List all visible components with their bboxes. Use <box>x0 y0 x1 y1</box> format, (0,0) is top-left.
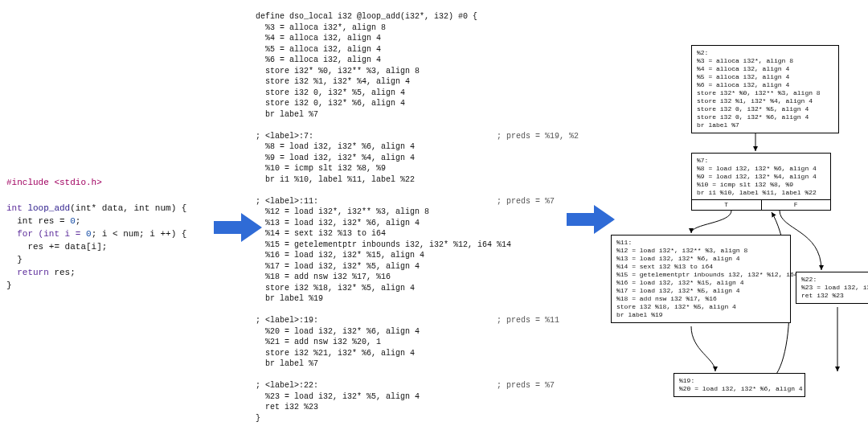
ir-b11-7: store i32 %18, i32* %5, align 4 <box>256 284 415 293</box>
arrow-icon <box>567 203 615 236</box>
c-params: (int* data, int num) { <box>70 203 186 213</box>
ir-entry-6: store i32 0, i32* %5, align 4 <box>256 88 405 97</box>
ir-head: define dso_local i32 @loop_add(i32*, i32… <box>256 12 477 21</box>
c-brace1: } <box>6 255 23 264</box>
cfg-node-7-body: %8 = load i32, i32* %6, align 4 %9 = loa… <box>697 165 825 197</box>
ir-b11-4: %16 = load i32, i32* %15, align 4 <box>256 251 424 260</box>
cfg-node-22-body: %23 = load i32, i32* %5, align 4 ret i32… <box>801 284 868 300</box>
ir-b22-0: %23 = load i32, i32* %5, align 4 <box>256 392 420 401</box>
ir-entry-2: %5 = alloca i32, align 4 <box>256 45 381 54</box>
svg-marker-0 <box>214 213 262 242</box>
ir-b11-5: %17 = load i32, i32* %5, align 4 <box>256 262 420 271</box>
ir-entry-3: %6 = alloca i32, align 4 <box>256 55 381 64</box>
cfg-node-7-label: %7: <box>697 157 825 165</box>
cfg-tf-true: T <box>692 200 762 210</box>
c-return-kw: return <box>6 268 49 277</box>
ir-b7-3: br i1 %10, label %11, label %22 <box>256 175 415 184</box>
cfg-node-22-label: %22: <box>801 276 868 284</box>
c-for-a: for (int i = <box>6 229 86 239</box>
ir-lbl11: ; <label>:11: <box>256 197 318 206</box>
ir-lbl19-pred: ; preds = %11 <box>497 316 559 325</box>
cfg-node-7: %7: %8 = load i32, i32* %6, align 4 %9 =… <box>691 153 831 211</box>
cfg-node-19-label: %19: <box>679 377 800 385</box>
ir-entry-0: %3 = alloca i32*, align 8 <box>256 23 386 32</box>
c-res-a: int res = <box>6 216 70 226</box>
ir-b19-0: %20 = load i32, i32* %6, align 4 <box>256 327 420 336</box>
ir-b7-1: %9 = load i32, i32* %4, align 4 <box>256 154 415 162</box>
ir-lbl7-pred: ; preds = %19, %2 <box>497 132 579 141</box>
cfg-node-2: %2: %3 = alloca i32*, align 8 %4 = alloc… <box>691 45 839 133</box>
c-res-zero: 0 <box>70 216 76 226</box>
c-res-semi: ; <box>76 216 81 226</box>
c-return-val: res; <box>49 268 76 277</box>
ir-entry-7: store i32 0, i32* %6, align 4 <box>256 99 405 108</box>
ir-b11-1: %13 = load i32, i32* %6, align 4 <box>256 219 420 227</box>
llvm-ir-panel: define dso_local i32 @loop_add(i32*, i32… <box>256 11 561 424</box>
ir-b19-1: %21 = add nsw i32 %20, 1 <box>256 338 381 346</box>
cfg-node-11-body: %12 = load i32*, i32** %3, align 8 %13 =… <box>616 247 785 319</box>
c-include: #include <stdio.h> <box>6 178 102 187</box>
ir-code-block: define dso_local i32 @loop_add(i32*, i32… <box>256 11 561 424</box>
ir-b11-2: %14 = sext i32 %13 to i64 <box>256 229 386 238</box>
cfg-node-7-tf: T F <box>692 199 830 210</box>
ir-entry-8: br label %7 <box>256 110 318 119</box>
c-for-zero: 0 <box>86 229 92 239</box>
cfg-node-19-body: %20 = load i32, i32* %6, align 4 <box>679 385 800 393</box>
cfg-panel: %2: %3 = alloca i32*, align 8 %4 = alloc… <box>611 45 868 423</box>
c-brace2: } <box>6 281 12 290</box>
cfg-node-11-label: %11: <box>616 239 785 247</box>
ir-lbl22: ; <label>:22: <box>256 381 318 390</box>
ir-b22-1: ret i32 %23 <box>256 403 318 412</box>
ir-entry-5: store i32 %1, i32* %4, align 4 <box>256 77 410 86</box>
cfg-node-22: %22: %23 = load i32, i32* %5, align 4 re… <box>796 272 868 304</box>
ir-b7-0: %8 = load i32, i32* %6, align 4 <box>256 142 415 151</box>
ir-b11-8: br label %19 <box>256 294 323 303</box>
ir-b7-2: %10 = icmp slt i32 %8, %9 <box>256 164 386 173</box>
c-fn-name: loop_add <box>27 203 70 213</box>
ir-entry-4: store i32* %0, i32** %3, align 8 <box>256 67 420 76</box>
ir-b11-6: %18 = add nsw i32 %17, %16 <box>256 272 391 281</box>
svg-marker-1 <box>567 205 615 234</box>
cfg-tf-false: F <box>762 200 831 210</box>
ir-b19-3: br label %7 <box>256 359 318 368</box>
cfg-node-2-label: %2: <box>697 49 833 57</box>
arrow-icon <box>214 211 262 244</box>
ir-b11-0: %12 = load i32*, i32** %3, align 8 <box>256 207 429 216</box>
ir-b19-2: store i32 %21, i32* %6, align 4 <box>256 349 415 358</box>
c-body: res += data[i]; <box>6 242 107 252</box>
ir-lbl7: ; <label>:7: <box>256 132 313 141</box>
ir-close: } <box>256 414 260 423</box>
c-ret-type: int <box>6 203 27 213</box>
ir-b11-3: %15 = getelementptr inbounds i32, i32* %… <box>256 240 511 249</box>
c-code-block: #include <stdio.h> int loop_add(int* dat… <box>6 177 223 292</box>
cfg-node-19: %19: %20 = load i32, i32* %6, align 4 <box>674 373 805 397</box>
ir-lbl19: ; <label>:19: <box>256 316 318 325</box>
c-for-rest: ; i < num; i ++) { <box>92 229 187 239</box>
cfg-node-11: %11: %12 = load i32*, i32** %3, align 8 … <box>611 235 791 323</box>
ir-lbl11-pred: ; preds = %7 <box>497 197 555 206</box>
c-source-panel: #include <stdio.h> int loop_add(int* dat… <box>6 177 223 292</box>
cfg-node-2-body: %3 = alloca i32*, align 8 %4 = alloca i3… <box>697 57 833 129</box>
ir-lbl22-pred: ; preds = %7 <box>497 381 555 390</box>
ir-entry-1: %4 = alloca i32, align 4 <box>256 34 381 43</box>
